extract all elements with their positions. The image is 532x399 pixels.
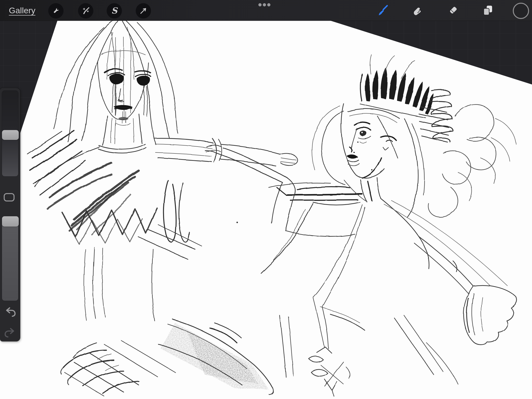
paint-tool-button[interactable]	[377, 4, 388, 16]
redo-button[interactable]	[4, 326, 17, 338]
actions-button[interactable]	[48, 3, 64, 18]
layers-icon	[482, 4, 494, 16]
wrench-icon	[52, 7, 60, 15]
drawing-canvas[interactable]	[0, 0, 532, 399]
s-ribbon-icon: S	[111, 6, 117, 16]
opacity-slider[interactable]	[2, 216, 18, 301]
system-handle-dots[interactable]	[258, 3, 270, 6]
erase-tool-button[interactable]	[447, 4, 459, 16]
dot-icon	[258, 3, 262, 6]
eraser-icon	[447, 4, 459, 16]
brush-icon	[377, 4, 388, 16]
brush-sidebar	[0, 88, 20, 341]
magic-wand-icon	[82, 7, 90, 15]
smudge-tool-button[interactable]	[412, 4, 424, 16]
undo-button[interactable]	[4, 305, 17, 318]
brush-size-handle[interactable]	[2, 130, 19, 140]
top-toolbar: Gallery S	[0, 0, 532, 21]
redo-arrow-icon	[4, 326, 17, 338]
dot-icon	[267, 3, 270, 6]
dot-icon	[263, 3, 266, 6]
gallery-button[interactable]: Gallery	[9, 0, 35, 21]
arrow-cursor-icon	[139, 7, 148, 15]
transform-button[interactable]	[136, 3, 151, 18]
color-button[interactable]	[513, 3, 529, 19]
sketch-artwork	[0, 0, 532, 399]
adjustments-button[interactable]	[78, 3, 93, 18]
brush-size-slider[interactable]	[2, 90, 18, 177]
undo-arrow-icon	[4, 305, 17, 318]
smudge-finger-icon	[412, 4, 424, 16]
layers-button[interactable]	[482, 4, 494, 16]
selection-button[interactable]: S	[107, 3, 122, 18]
opacity-handle[interactable]	[2, 216, 19, 227]
modify-button[interactable]	[4, 193, 15, 201]
